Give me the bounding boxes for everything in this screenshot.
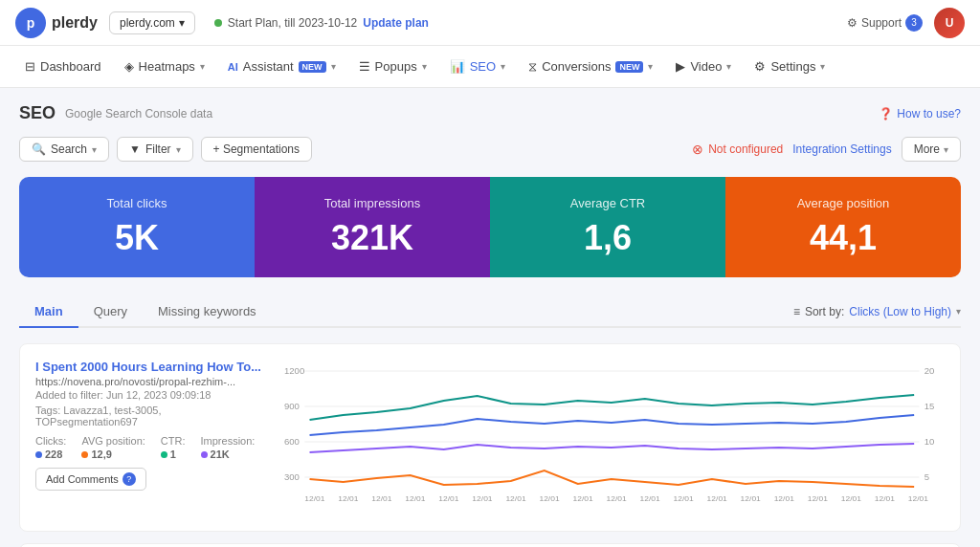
metric-clicks-label: Clicks: <box>35 435 66 447</box>
support-count-badge: 3 <box>905 14 923 32</box>
nav-label-dashboard: Dashboard <box>40 59 101 74</box>
nav-label-popups: Popups <box>375 59 417 74</box>
add-comments-button[interactable]: Add Comments ? <box>35 468 146 491</box>
stat-value-impressions: 321K <box>274 218 471 258</box>
video-play-icon: ▶ <box>676 59 685 74</box>
nav-item-video[interactable]: ▶ Video ▾ <box>666 52 741 81</box>
support-label: Support <box>861 16 902 30</box>
nav-label-conversions: Conversions <box>542 59 611 74</box>
main-nav: ⊟ Dashboard ◈ Heatmaps ▾ AI Assistant NE… <box>0 46 980 88</box>
question-icon: ❓ <box>879 107 893 120</box>
stat-label-ctr: Average CTR <box>509 196 706 210</box>
add-comments-label: Add Comments <box>46 473 119 485</box>
svg-text:600: 600 <box>284 437 300 447</box>
nav-item-assistant[interactable]: AI Assistant NEW ▾ <box>218 52 345 81</box>
segmentations-button[interactable]: + Segmentations <box>201 137 312 162</box>
not-configured-error-icon: ⊗ <box>692 142 703 157</box>
stats-grid: Total clicks 5K Total impressions 321K A… <box>19 177 961 277</box>
svg-text:12/01: 12/01 <box>338 494 359 503</box>
svg-text:12/01: 12/01 <box>539 494 560 503</box>
svg-text:1200: 1200 <box>284 366 304 376</box>
sort-label: Sort by: <box>805 305 844 318</box>
integration-settings-link[interactable]: Integration Settings <box>792 142 891 156</box>
svg-text:12/01: 12/01 <box>304 494 325 503</box>
heatmaps-icon: ◈ <box>124 59 134 74</box>
stat-value-ctr: 1,6 <box>509 218 706 258</box>
impression-dot-icon <box>201 451 208 458</box>
svg-text:12/01: 12/01 <box>674 494 695 503</box>
svg-text:12/01: 12/01 <box>472 494 493 503</box>
tab-query[interactable]: Query <box>78 296 143 328</box>
page-subtitle: Google Search Console data <box>65 107 212 120</box>
domain-chevron-icon: ▾ <box>179 16 185 30</box>
metric-clicks-value: 228 <box>35 449 66 460</box>
toolbar-right: ⊗ Not configured Integration Settings Mo… <box>692 137 961 162</box>
svg-text:12/01: 12/01 <box>808 494 829 503</box>
page-title: SEO <box>19 103 56 123</box>
nav-label-heatmaps: Heatmaps <box>139 59 195 74</box>
metric-impression-value: 21K <box>201 449 256 460</box>
more-label: More <box>914 142 940 156</box>
page-content: SEO Google Search Console data ❓ How to … <box>0 88 980 547</box>
search-icon: 🔍 <box>32 142 46 156</box>
avg-position-dot-icon <box>81 451 88 458</box>
update-plan-link[interactable]: Update plan <box>363 16 429 30</box>
not-configured-label: Not configured <box>708 142 783 156</box>
svg-text:12/01: 12/01 <box>505 494 526 503</box>
nav-item-settings[interactable]: ⚙ Settings ▾ <box>745 52 835 81</box>
dashboard-icon: ⊟ <box>25 59 35 74</box>
result-title-1[interactable]: I Spent 2000 Hours Learning How To... <box>35 360 265 374</box>
nav-item-popups[interactable]: ☰ Popups ▾ <box>349 52 436 81</box>
plan-text: Start Plan, till 2023-10-12 <box>228 16 357 30</box>
topbar-right: ⚙ Support 3 U <box>847 8 965 38</box>
svg-text:12/01: 12/01 <box>405 494 426 503</box>
tab-main[interactable]: Main <box>19 296 78 328</box>
svg-text:5: 5 <box>924 472 929 482</box>
svg-text:20: 20 <box>924 366 935 376</box>
metric-ctr: CTR: 1 <box>161 435 186 460</box>
nav-label-video: Video <box>690 59 722 74</box>
tab-missing-keywords[interactable]: Missing keywords <box>143 296 272 328</box>
result-card-2: I Spent 2000 Hours Learning How To... <box>19 543 961 547</box>
toolbar: 🔍 Search ▾ ▼ Filter ▾ + Segmentations ⊗ … <box>19 137 961 162</box>
support-button[interactable]: ⚙ Support 3 <box>847 14 923 32</box>
result-card-1: I Spent 2000 Hours Learning How To... ht… <box>19 343 961 532</box>
logo: p plerdy <box>15 8 98 38</box>
page-header: SEO Google Search Console data ❓ How to … <box>19 103 961 123</box>
domain-selector[interactable]: plerdy.com ▾ <box>109 11 195 34</box>
metric-avg-position: AVG position: 12,9 <box>81 435 145 460</box>
stat-value-clicks: 5K <box>38 218 235 258</box>
more-button[interactable]: More ▾ <box>902 137 961 162</box>
stat-card-avg-position: Average position 44,1 <box>725 177 961 277</box>
svg-text:12/01: 12/01 <box>741 494 762 503</box>
metric-avg-position-value: 12,9 <box>81 449 145 460</box>
filter-button[interactable]: ▼ Filter ▾ <box>117 137 193 162</box>
how-to-use-label: How to use? <box>897 107 961 120</box>
svg-text:12/01: 12/01 <box>875 494 896 503</box>
nav-label-settings: Settings <box>770 59 815 74</box>
search-button[interactable]: 🔍 Search ▾ <box>19 137 109 162</box>
not-configured-status: ⊗ Not configured <box>692 142 783 157</box>
nav-item-conversions[interactable]: ⧖ Conversions NEW ▾ <box>519 52 662 82</box>
nav-item-heatmaps[interactable]: ◈ Heatmaps ▾ <box>115 52 214 81</box>
nav-item-dashboard[interactable]: ⊟ Dashboard <box>15 52 111 81</box>
avatar[interactable]: U <box>934 8 965 38</box>
clicks-dot-icon <box>35 451 42 458</box>
sort-area: ≡ Sort by: Clicks (Low to High) ▾ <box>793 305 961 318</box>
popups-chevron-icon: ▾ <box>422 61 427 72</box>
sort-icon: ≡ <box>793 305 800 318</box>
assistant-ai-icon: AI <box>228 61 238 73</box>
metric-avg-position-label: AVG position: <box>81 435 145 447</box>
svg-text:12/01: 12/01 <box>774 494 795 503</box>
sort-value-button[interactable]: Clicks (Low to High) <box>849 305 951 318</box>
nav-item-seo[interactable]: 📊 SEO ▾ <box>440 52 515 81</box>
logo-icon: p <box>15 8 46 38</box>
search-chevron-icon: ▾ <box>92 144 97 155</box>
page-title-area: SEO Google Search Console data <box>19 103 212 123</box>
result-url-1: https://novena.pro/novosti/propal-rezhim… <box>35 376 265 387</box>
metric-impression: Impression: 21K <box>201 435 256 460</box>
how-to-use-link[interactable]: ❓ How to use? <box>879 107 961 120</box>
add-comments-help-icon: ? <box>122 472 136 486</box>
filter-icon: ▼ <box>129 142 141 156</box>
result-row-1: I Spent 2000 Hours Learning How To... ht… <box>35 360 945 515</box>
